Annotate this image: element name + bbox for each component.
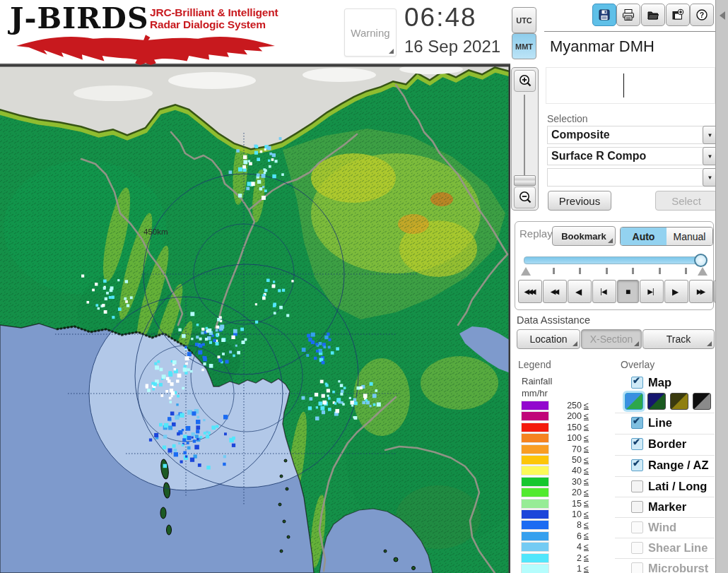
legend-color-swatch bbox=[521, 499, 549, 509]
help-icon: ? bbox=[695, 8, 708, 21]
legend-row: 200≤ bbox=[521, 411, 589, 421]
legend-value: 4 bbox=[549, 542, 582, 552]
add-image-button[interactable] bbox=[666, 4, 690, 26]
utc-button[interactable]: UTC bbox=[512, 7, 536, 33]
collapse-panel-icon[interactable] bbox=[720, 11, 725, 20]
legend-row: 50≤ bbox=[521, 455, 589, 465]
map-style-night-swatch[interactable] bbox=[647, 393, 666, 410]
save-button[interactable] bbox=[592, 4, 616, 26]
xsection-button[interactable]: X-Section bbox=[581, 329, 642, 349]
range-ring-label: 450km bbox=[143, 228, 168, 236]
playback-controls: ◀◀◀ ◀◀ ◀ |◀ ■ ▶| ▶ ▶▶ ▶▶▶ bbox=[518, 280, 728, 303]
legend-value: 1 bbox=[549, 564, 582, 573]
step-forward-button[interactable]: ▶| bbox=[640, 280, 664, 303]
legend-value: 8 bbox=[549, 520, 582, 530]
legend-color-swatch bbox=[521, 401, 549, 410]
bookmark-button[interactable]: Bookmark bbox=[552, 226, 616, 246]
open-file-button[interactable] bbox=[641, 4, 665, 26]
less-than-equal-icon: ≤ bbox=[584, 554, 589, 562]
range-end-marker[interactable] bbox=[698, 267, 708, 276]
zoom-in-button[interactable] bbox=[514, 70, 536, 92]
legend-label: Legend bbox=[518, 359, 551, 370]
map-style-olive-swatch[interactable] bbox=[670, 393, 688, 410]
less-than-equal-icon: ≤ bbox=[584, 456, 589, 464]
warning-button[interactable]: Warning bbox=[344, 8, 397, 57]
selection-label: Selection bbox=[547, 113, 588, 124]
map-checkbox[interactable] bbox=[631, 377, 643, 389]
range-az-checkbox[interactable] bbox=[631, 459, 643, 471]
corner-fold-icon bbox=[634, 341, 639, 346]
legend-color-swatch bbox=[521, 477, 549, 487]
marker-checkbox[interactable] bbox=[631, 501, 643, 513]
overlay-row-lati-long[interactable]: Lati / Long bbox=[615, 476, 715, 493]
save-icon bbox=[598, 8, 611, 21]
map-style-color-swatch[interactable] bbox=[625, 393, 643, 410]
zoom-slider-handle[interactable] bbox=[514, 175, 536, 186]
legend-color-swatch bbox=[521, 411, 549, 421]
line-checkbox[interactable] bbox=[631, 417, 643, 429]
jbirds-app: 450km J-BIRDS JRC-Brilliant & Intelligen… bbox=[0, 0, 728, 573]
print-icon bbox=[622, 8, 635, 21]
map-style-mono-swatch[interactable] bbox=[693, 393, 711, 410]
zoom-slider-track[interactable] bbox=[524, 95, 525, 179]
category-dropdown[interactable]: Composite bbox=[547, 126, 706, 144]
radar-map[interactable]: 450km bbox=[0, 65, 510, 573]
play-button[interactable]: ▶ bbox=[664, 280, 688, 303]
lati-long-checkbox[interactable] bbox=[631, 480, 643, 492]
legend-color-swatch bbox=[521, 553, 549, 563]
mmt-button[interactable]: MMT bbox=[512, 33, 536, 59]
overlay-label: Overlay bbox=[621, 359, 654, 370]
product-dropdown[interactable]: Surface R Compo bbox=[547, 147, 706, 165]
replay-group: Replay Bookmark Auto Manual ◀◀◀ ◀◀ bbox=[515, 221, 714, 310]
legend-row: 150≤ bbox=[521, 423, 589, 432]
less-than-equal-icon: ≤ bbox=[584, 467, 589, 475]
overlay-row-map[interactable]: Map bbox=[615, 373, 715, 389]
legend-value: 15 bbox=[549, 499, 582, 509]
zoom-out-button[interactable] bbox=[514, 187, 536, 208]
location-button[interactable]: Location bbox=[517, 329, 580, 349]
overlay-row-marker[interactable]: Marker bbox=[615, 497, 715, 514]
fast-rewind-button[interactable]: ◀◀ bbox=[543, 280, 567, 303]
legend-row: 6≤ bbox=[521, 531, 589, 541]
add-image-icon bbox=[671, 8, 684, 21]
eagle-logo-icon bbox=[4, 28, 287, 65]
stop-button[interactable]: ■ bbox=[617, 280, 639, 303]
border-checkbox[interactable] bbox=[631, 438, 643, 450]
option-dropdown[interactable] bbox=[547, 168, 706, 187]
legend-color-swatch bbox=[521, 520, 549, 530]
overlay-row-line[interactable]: Line bbox=[615, 413, 715, 430]
manual-mode-button[interactable]: Manual bbox=[667, 228, 712, 245]
fast-forward-button[interactable]: ▶▶ bbox=[689, 280, 713, 303]
help-button[interactable]: ? bbox=[690, 4, 714, 26]
legend-row: 2≤ bbox=[521, 553, 589, 563]
play-reverse-button[interactable]: ◀ bbox=[568, 280, 592, 303]
step-back-button[interactable]: |◀ bbox=[592, 280, 616, 303]
message-box[interactable] bbox=[546, 67, 715, 104]
panel-splitter[interactable] bbox=[715, 0, 728, 573]
auto-mode-button[interactable]: Auto bbox=[621, 228, 667, 245]
select-button[interactable]: Select bbox=[655, 191, 717, 211]
station-title: Myanmar DMH bbox=[550, 37, 654, 56]
legend-value: 70 bbox=[549, 444, 582, 454]
track-button[interactable]: Track bbox=[642, 329, 715, 349]
legend-row: 8≤ bbox=[521, 520, 589, 530]
less-than-equal-icon: ≤ bbox=[584, 511, 589, 519]
overlay-row-border[interactable]: Border bbox=[615, 434, 715, 451]
legend-value: 30 bbox=[549, 477, 582, 487]
fast-rewind-3x-button[interactable]: ◀◀◀ bbox=[518, 280, 542, 303]
less-than-equal-icon: ≤ bbox=[584, 521, 589, 529]
legend-color-swatch bbox=[521, 542, 549, 552]
data-assistance-label: Data Assistance bbox=[517, 314, 590, 326]
corner-fold-icon bbox=[707, 341, 712, 346]
legend-value: 20 bbox=[549, 488, 582, 497]
replay-timeline-slider[interactable] bbox=[524, 256, 703, 264]
corner-fold-icon bbox=[389, 49, 394, 54]
overlay-row-range-az[interactable]: Range / AZ bbox=[615, 455, 715, 472]
legend-row: 10≤ bbox=[521, 509, 589, 519]
legend-color-swatch bbox=[521, 488, 549, 497]
print-button[interactable] bbox=[616, 4, 640, 26]
wind-checkbox bbox=[631, 521, 643, 533]
previous-button[interactable]: Previous bbox=[548, 191, 611, 211]
range-start-marker[interactable] bbox=[521, 267, 531, 276]
shear-line-checkbox bbox=[631, 542, 643, 554]
